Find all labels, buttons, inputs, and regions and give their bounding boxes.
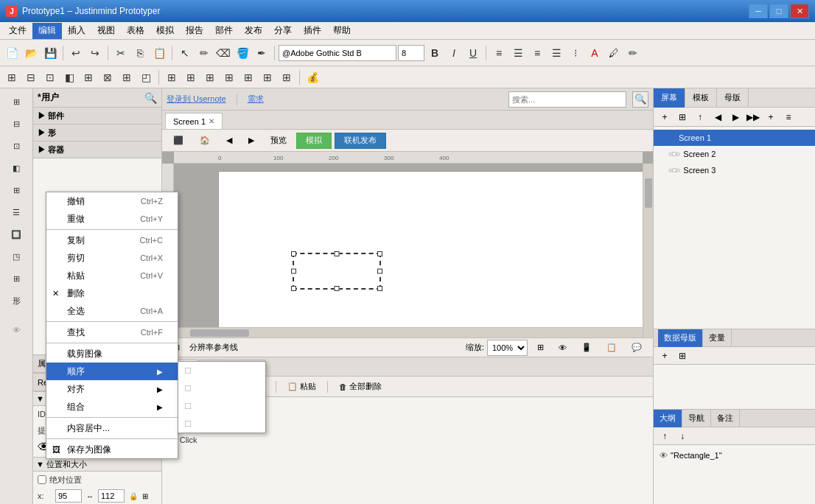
rp-add-btn[interactable]: +: [657, 110, 673, 125]
list-button[interactable]: ⁝: [567, 44, 584, 62]
redo-button[interactable]: ↪: [86, 44, 104, 62]
italic-button[interactable]: I: [445, 44, 463, 62]
tab-screen[interactable]: 屏幕: [654, 88, 685, 108]
outline-eye-icon[interactable]: 👁: [660, 451, 668, 460]
cm-delete[interactable]: ✕ 删除: [46, 284, 178, 302]
fill-button[interactable]: 🪣: [234, 44, 251, 62]
outline-up-btn[interactable]: ↑: [657, 429, 673, 444]
align-left-button[interactable]: ≡: [490, 44, 508, 62]
handle-br[interactable]: [377, 286, 382, 291]
data-add-btn[interactable]: +: [657, 349, 673, 363]
w-input[interactable]: [98, 489, 125, 503]
undo-button[interactable]: ↩: [67, 44, 85, 62]
lp-btn2[interactable]: ⊟: [3, 113, 29, 134]
lp-btn6[interactable]: ☰: [3, 202, 29, 223]
brt-nav[interactable]: 导航: [682, 410, 711, 427]
align-right-button[interactable]: ≡: [528, 44, 546, 62]
simulate-button[interactable]: 模拟: [296, 133, 332, 149]
data-tab-model[interactable]: 数据母版: [658, 329, 703, 347]
menu-report[interactable]: 报告: [180, 23, 209, 39]
forward-btn[interactable]: ▶: [242, 133, 261, 149]
cm-crop[interactable]: 载剪图像: [46, 345, 178, 363]
color-button[interactable]: A: [586, 44, 604, 62]
v-scroll-thumb[interactable]: [645, 178, 652, 208]
tb2-btn16[interactable]: 💰: [304, 69, 321, 86]
back-btn[interactable]: ◀: [220, 133, 239, 149]
user-link[interactable]: 登录到 Usernote: [167, 94, 226, 105]
tb2-btn12[interactable]: ⊞: [220, 69, 238, 86]
copy-button[interactable]: ⎘: [131, 44, 149, 62]
screen-item-2[interactable]: ○□○ Screen 2: [654, 146, 815, 162]
menu-publish[interactable]: 发布: [239, 23, 268, 39]
handle-tm[interactable]: [335, 251, 340, 256]
picker-button[interactable]: ✒: [253, 44, 270, 62]
handle-tr[interactable]: [377, 251, 382, 256]
demand-link[interactable]: 需求: [248, 94, 264, 105]
lp-btn5[interactable]: ⊞: [3, 180, 29, 200]
font-size-input[interactable]: [398, 45, 424, 61]
cm-send-bottom[interactable]: ☐ 置于底层: [178, 379, 265, 397]
tb2-btn15[interactable]: ⊞: [278, 69, 295, 86]
rp-up-btn[interactable]: ↑: [692, 110, 708, 125]
v-scrollbar[interactable]: [643, 164, 653, 337]
eraser-button[interactable]: ⌫: [214, 44, 232, 62]
open-button[interactable]: 📂: [22, 44, 40, 62]
bold-button[interactable]: B: [426, 44, 444, 62]
cm-cut[interactable]: 剪切 Ctrl+X: [46, 249, 178, 267]
maximize-button[interactable]: □: [769, 4, 788, 18]
tb2-btn5[interactable]: ⊞: [80, 69, 97, 86]
tb2-btn13[interactable]: ⊞: [239, 69, 257, 86]
rp-end-btn[interactable]: ▶▶: [745, 110, 761, 125]
canvas-scroll-area[interactable]: [174, 164, 643, 327]
menu-view[interactable]: 视图: [91, 23, 121, 39]
tb2-btn7[interactable]: ⊞: [118, 69, 136, 86]
tb2-btn14[interactable]: ⊞: [259, 69, 276, 86]
x-input[interactable]: [55, 489, 82, 503]
handle-tl[interactable]: [291, 251, 296, 256]
grid-btn[interactable]: ⊞: [531, 340, 550, 356]
screen-item-1[interactable]: → Screen 1: [654, 130, 815, 146]
tb2-btn8[interactable]: ◰: [137, 69, 155, 86]
phone-btn[interactable]: 📱: [575, 340, 598, 356]
section-header-3[interactable]: ▶ 容器: [33, 141, 161, 158]
abs-pos-checkbox[interactable]: [38, 475, 46, 484]
font-name-input[interactable]: [279, 45, 396, 61]
save-button[interactable]: 💾: [41, 44, 59, 62]
note-btn[interactable]: 📋: [600, 340, 623, 356]
preview-btn[interactable]: 预览: [264, 133, 293, 149]
cm-content-center[interactable]: 内容居中...: [46, 419, 178, 437]
data-copy-btn[interactable]: ⊞: [674, 349, 690, 363]
delete-all-btn[interactable]: 🗑 全部删除: [334, 379, 387, 394]
section-header-1[interactable]: ▶ 部件: [33, 108, 161, 124]
cm-copy[interactable]: 复制 Ctrl+C: [46, 231, 178, 249]
tb2-btn6[interactable]: ⊠: [99, 69, 116, 86]
handle-ml[interactable]: [291, 269, 296, 274]
cm-selectall[interactable]: 全选 Ctrl+A: [46, 302, 178, 320]
canvas-rect-element[interactable]: [293, 253, 381, 290]
home-btn[interactable]: 🏠: [193, 133, 217, 149]
pen-button[interactable]: ✏: [195, 44, 213, 62]
lp-btn11[interactable]: 👁: [3, 320, 29, 340]
tb2-btn3[interactable]: ⊡: [41, 69, 59, 86]
outline-item-1[interactable]: 👁 "Rectangle_1": [657, 448, 812, 463]
lp-btn3[interactable]: ⊡: [3, 136, 29, 156]
tb2-btn2[interactable]: ⊟: [22, 69, 40, 86]
menu-file[interactable]: 文件: [3, 23, 32, 39]
section-header-2[interactable]: ▶ 形: [33, 125, 161, 141]
cut-button[interactable]: ✂: [112, 44, 130, 62]
canvas-tab-close[interactable]: ✕: [209, 117, 214, 125]
menu-insert[interactable]: 插入: [62, 23, 91, 39]
h-scroll-thumb[interactable]: [190, 329, 249, 337]
h-scrollbar[interactable]: [174, 327, 643, 337]
rp-copy-btn[interactable]: ⊞: [674, 110, 690, 125]
lp-btn10[interactable]: 形: [3, 290, 29, 311]
zoom-select[interactable]: 100% 75% 150% 50%: [487, 340, 528, 356]
brt-note[interactable]: 备注: [711, 410, 740, 427]
cm-redo[interactable]: 重做 Ctrl+Y: [46, 210, 178, 228]
highlight-button[interactable]: 🖊: [605, 44, 623, 62]
close-button[interactable]: ✕: [790, 4, 809, 18]
tb2-btn11[interactable]: ⊞: [201, 69, 219, 86]
lp-btn4[interactable]: ◧: [3, 158, 29, 178]
cm-backward[interactable]: ☐ 下移一层: [178, 415, 265, 433]
menu-plugin[interactable]: 插件: [298, 23, 327, 39]
